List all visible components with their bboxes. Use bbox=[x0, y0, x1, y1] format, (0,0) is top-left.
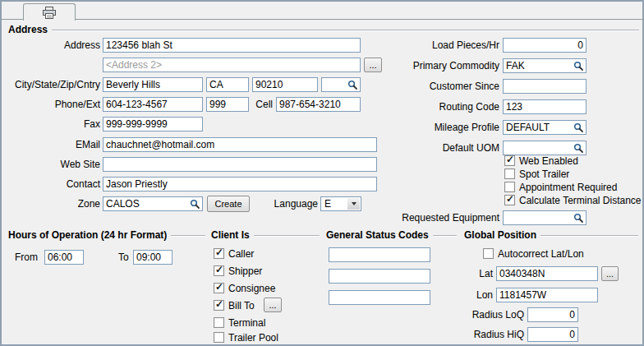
fax-label: Fax bbox=[5, 117, 100, 131]
terminal-checkbox[interactable] bbox=[214, 317, 224, 328]
to-input[interactable] bbox=[133, 250, 172, 265]
fax-input[interactable] bbox=[103, 117, 203, 131]
caller-label[interactable]: Caller bbox=[228, 248, 254, 260]
section-title: Client Is bbox=[211, 229, 250, 241]
commodity-lookup-icon[interactable] bbox=[573, 61, 584, 72]
address2-ellipsis-button[interactable]: ... bbox=[364, 58, 382, 72]
language-value: E bbox=[324, 198, 331, 210]
from-input[interactable] bbox=[44, 250, 84, 265]
caller-checkbox[interactable] bbox=[214, 248, 224, 259]
tab-address[interactable] bbox=[23, 3, 76, 21]
address-input[interactable] bbox=[103, 38, 361, 53]
status-code-input-1[interactable] bbox=[329, 247, 430, 262]
cell-label: Cell bbox=[250, 97, 273, 112]
shipper-checkbox[interactable] bbox=[214, 265, 224, 276]
consignee-checkbox[interactable] bbox=[214, 283, 224, 293]
appointment-required-label[interactable]: Appointment Required bbox=[519, 182, 617, 193]
shipper-label[interactable]: Shipper bbox=[228, 265, 262, 277]
terminal-label[interactable]: Terminal bbox=[228, 317, 265, 329]
section-title: General Status Codes bbox=[326, 229, 429, 241]
phone-input[interactable] bbox=[103, 97, 203, 112]
zone-lookup-icon[interactable] bbox=[190, 199, 200, 210]
section-divider bbox=[433, 235, 457, 236]
address2-input[interactable] bbox=[103, 58, 361, 72]
section-divider bbox=[52, 30, 639, 30]
default-uom-label: Default UOM bbox=[393, 141, 499, 155]
calculate-terminal-distance-label[interactable]: Calculate Terminal Distance bbox=[519, 195, 642, 206]
customer-since-label: Customer Since bbox=[393, 79, 499, 94]
language-combo[interactable]: E bbox=[320, 196, 361, 211]
from-label: From bbox=[15, 250, 38, 265]
country-lookup-icon[interactable] bbox=[347, 80, 358, 90]
status-code-input-2[interactable] bbox=[329, 269, 430, 284]
appointment-required-checkbox[interactable] bbox=[504, 182, 515, 192]
spot-trailer-checkbox[interactable] bbox=[504, 168, 515, 179]
lat-label: Lat bbox=[460, 266, 493, 281]
section-title: Global Position bbox=[464, 229, 536, 241]
routing-code-input[interactable] bbox=[503, 99, 586, 114]
autocorrect-latlon-checkbox[interactable] bbox=[483, 248, 494, 259]
section-header-hours: Hours of Operation (24 hr Format) bbox=[8, 229, 205, 241]
section-title: Hours of Operation (24 hr Format) bbox=[8, 229, 167, 241]
section-divider bbox=[540, 235, 638, 236]
status-code-input-3[interactable] bbox=[329, 290, 430, 305]
city-state-zip-label: City/State/Zip/Cntry bbox=[5, 77, 100, 92]
section-header-status-codes: General Status Codes bbox=[326, 229, 457, 241]
radius-loq-label: Radius LoQ bbox=[458, 307, 524, 322]
radius-loq-input[interactable] bbox=[527, 307, 578, 322]
lat-input[interactable] bbox=[496, 266, 598, 281]
printer-icon bbox=[43, 7, 56, 19]
radius-hiq-label: Radius HiQ bbox=[458, 327, 524, 342]
bill-to-label[interactable]: Bill To bbox=[228, 300, 255, 311]
radius-hiq-input[interactable] bbox=[527, 327, 578, 342]
spot-trailer-label[interactable]: Spot Trailer bbox=[519, 168, 569, 180]
section-divider bbox=[254, 235, 320, 236]
bill-to-ellipsis-button[interactable]: ... bbox=[264, 298, 282, 312]
section-title: Address bbox=[8, 24, 48, 35]
calculate-terminal-distance-checkbox[interactable] bbox=[504, 195, 515, 205]
ext-input[interactable] bbox=[206, 97, 249, 112]
website-input[interactable] bbox=[103, 157, 377, 172]
mileage-profile-label: Mileage Profile bbox=[393, 120, 499, 135]
website-label: Web Site bbox=[5, 157, 100, 172]
mileage-lookup-icon[interactable] bbox=[573, 122, 584, 133]
create-button[interactable]: Create bbox=[207, 196, 250, 212]
lat-ellipsis-button[interactable]: ... bbox=[601, 266, 619, 281]
web-enabled-label[interactable]: Web Enabled bbox=[519, 155, 578, 167]
zone-input[interactable] bbox=[103, 196, 203, 211]
section-header-client-is: Client Is bbox=[211, 229, 320, 241]
lon-label: Lon bbox=[460, 288, 493, 302]
primary-commodity-label: Primary Commodity bbox=[393, 58, 499, 73]
web-enabled-checkbox[interactable] bbox=[504, 155, 515, 166]
section-divider bbox=[171, 235, 205, 236]
equipment-lookup-icon[interactable] bbox=[573, 213, 584, 224]
chevron-down-icon[interactable] bbox=[347, 198, 360, 210]
requested-equipment-label: Requested Equipment bbox=[393, 210, 499, 225]
uom-lookup-icon[interactable] bbox=[573, 143, 584, 154]
language-label: Language bbox=[273, 196, 318, 211]
consignee-label[interactable]: Consignee bbox=[228, 283, 275, 294]
zone-label: Zone bbox=[5, 196, 100, 211]
contact-label: Contact bbox=[5, 177, 100, 191]
lon-input[interactable] bbox=[496, 288, 598, 302]
to-label: To bbox=[118, 250, 129, 265]
section-header-address: Address bbox=[8, 24, 639, 35]
load-pieces-input[interactable] bbox=[503, 38, 586, 53]
trailer-pool-checkbox[interactable] bbox=[214, 332, 224, 343]
contact-input[interactable] bbox=[103, 177, 377, 191]
routing-code-label: Routing Code bbox=[393, 99, 499, 114]
email-label: EMail bbox=[5, 137, 100, 152]
section-header-global-position: Global Position bbox=[464, 229, 638, 241]
phone-ext-label: Phone/Ext bbox=[5, 97, 100, 112]
bill-to-checkbox[interactable] bbox=[214, 300, 224, 311]
cell-input[interactable] bbox=[276, 97, 361, 112]
email-input[interactable] bbox=[103, 137, 377, 152]
customer-since-input[interactable] bbox=[503, 79, 586, 94]
state-input[interactable] bbox=[206, 77, 249, 92]
zip-input[interactable] bbox=[252, 77, 318, 92]
city-input[interactable] bbox=[103, 77, 203, 92]
load-pieces-label: Load Pieces/Hr bbox=[393, 38, 499, 53]
autocorrect-latlon-label[interactable]: Autocorrect Lat/Lon bbox=[498, 248, 584, 260]
trailer-pool-label[interactable]: Trailer Pool bbox=[228, 332, 278, 344]
window: Address Address ... City/State/Zip/Cntry… bbox=[0, 0, 644, 346]
